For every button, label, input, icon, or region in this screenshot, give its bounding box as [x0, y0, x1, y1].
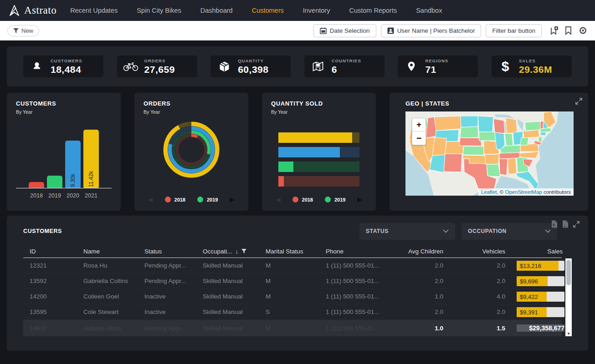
nav-item-sandbox[interactable]: Sandbox [416, 7, 442, 14]
scrollbar-down-arrow[interactable]: ▼ [565, 332, 572, 336]
quantity-bar[interactable] [278, 162, 359, 172]
kpi-customers: CUSTOMERS 18,484 [23, 56, 103, 77]
nav-item-recent-updates[interactable]: Recent Updates [70, 7, 118, 14]
nav-item-inventory[interactable]: Inventory [303, 7, 330, 14]
chart-subtitle: By Year [271, 109, 367, 115]
quantity-bar-fill [278, 147, 340, 157]
osm-link[interactable]: OpenStreetMap [505, 189, 542, 195]
status-filter-dropdown[interactable]: STATUS [359, 223, 455, 240]
customers-table-panel: x , CUSTOMERS STATUS OCCUPATION [7, 216, 588, 351]
table-row[interactable]: 13592 Gabriella Collins Pending Appr... … [23, 273, 562, 289]
quantity-bar[interactable] [278, 132, 359, 143]
col-header-name[interactable]: Name [77, 248, 138, 255]
cell-phone: 1 (11) 500 555-01... [319, 293, 391, 300]
col-header-avg-children[interactable]: Avg Children [391, 248, 445, 255]
chart-title: ORDERS [144, 100, 239, 107]
cell-id: 13592 [23, 278, 77, 284]
col-header-label: Occupati... [203, 248, 232, 255]
kpi-value: 29.36M [519, 64, 552, 75]
map-icon [310, 61, 326, 72]
map-zoom-control: + − [412, 118, 426, 145]
new-filter-pill[interactable]: New [7, 25, 39, 36]
table-row[interactable]: 12321 Rosa Hu Pending Appr... Skilled Ma… [23, 258, 562, 273]
zoom-out-button[interactable]: − [412, 131, 426, 145]
col-header-vehicles[interactable]: Vehicles [445, 248, 507, 255]
customers-bar[interactable]: 9.30k [65, 141, 81, 188]
quantity-bar[interactable] [278, 176, 359, 187]
cell-avg-children: 2.0 [391, 262, 445, 269]
cell-name: Colleen Goel [77, 293, 138, 300]
leaflet-link[interactable]: Leaflet [481, 189, 497, 195]
expand-icon[interactable] [573, 221, 580, 228]
brand-name: Astrato [24, 5, 56, 16]
brand-logo[interactable]: Astrato [8, 4, 56, 17]
legend-item-2018[interactable]: 2018 [292, 197, 313, 202]
export-csv-icon[interactable]: , [562, 220, 569, 228]
sort-desc-icon[interactable]: ↓ [236, 248, 239, 255]
customers-bar[interactable] [47, 176, 62, 188]
legend-item-2019[interactable]: 2019 [197, 197, 218, 202]
eye-icon[interactable] [578, 27, 588, 34]
geo-map[interactable]: + − Leaflet, © OpenStreetMap contributor… [405, 111, 574, 196]
cell-avg-children: 2.0 [391, 278, 445, 284]
user-button-label: User Name | Piers Batchelor [397, 27, 475, 34]
bookmark-icon[interactable] [565, 26, 572, 35]
legend-item-2019[interactable]: 2019 [325, 197, 345, 202]
col-header-sales[interactable]: Sales [507, 248, 564, 255]
kpi-label: SALES [519, 58, 552, 63]
table-row[interactable]: 13595 Cole Stewart Inactive Skilled Manu… [23, 304, 562, 320]
user-button[interactable]: User Name | Piers Batchelor [381, 24, 482, 37]
scrollbar-thumb[interactable] [566, 260, 571, 285]
legend-next-arrow[interactable]: ▶ [357, 197, 362, 202]
customers-bar[interactable] [29, 182, 44, 188]
bookmark-add-icon[interactable] [550, 26, 559, 35]
x-axis-labels: 2018 2019 2020 2021 [16, 192, 112, 199]
quantity-bar[interactable] [278, 147, 359, 157]
cell-sales: $13,216 [507, 261, 564, 271]
column-funnel-icon[interactable] [241, 249, 246, 253]
legend-prev-arrow[interactable]: ◀ [149, 197, 153, 202]
kpi-regions: REGIONS 71 [398, 56, 478, 77]
col-header-phone[interactable]: Phone [319, 248, 391, 255]
filter-bar-button[interactable]: Filter bar button [486, 24, 542, 37]
nav-item-spin-city-bikes[interactable]: Spin City Bikes [137, 7, 181, 14]
cell-avg-children: 1.0 [391, 293, 445, 300]
legend-prev-arrow[interactable]: ◀ [276, 197, 281, 202]
quantity-bar-fill [278, 176, 284, 187]
zoom-in-button[interactable]: + [412, 118, 426, 131]
export-excel-icon[interactable]: x [551, 220, 558, 228]
cell-vehicles: 2.0 [445, 262, 507, 269]
table-row[interactable]: 14200 Colleen Goel Inactive Skilled Manu… [23, 289, 562, 304]
cell-marital: M [259, 262, 319, 269]
occupation-filter-dropdown[interactable]: OCCUPATION [462, 223, 557, 240]
col-header-id[interactable]: ID [23, 248, 77, 255]
col-header-occupation[interactable]: Occupati... ↓ [196, 248, 259, 255]
legend-item-2018[interactable]: 2018 [165, 197, 185, 202]
nav-item-custom-reports[interactable]: Custom Reports [349, 7, 397, 14]
orders-chart-card: ORDERS By Year ◀ [134, 93, 248, 211]
legend-next-arrow[interactable]: ▶ [230, 197, 234, 202]
svg-text:,: , [564, 222, 565, 228]
nav-items: Recent Updates Spin City Bikes Dashboard… [70, 7, 442, 14]
cell-name: Cole Stewart [77, 308, 138, 315]
expand-icon[interactable] [575, 97, 583, 105]
sales-value: $9,391 [520, 308, 538, 315]
cell-phone: 1 (11) 500 555-01... [319, 262, 391, 269]
date-selection-button[interactable]: Date Selection [313, 24, 376, 37]
attribution-suffix: contributors [542, 189, 571, 195]
map-attribution: Leaflet, © OpenStreetMap contributors [478, 188, 574, 196]
sales-bar: $9,422 [517, 292, 564, 302]
col-header-status[interactable]: Status [138, 248, 196, 255]
cell-id: 12321 [23, 262, 77, 269]
table-scrollbar[interactable]: ▼ [565, 258, 572, 336]
nav-item-customers[interactable]: Customers [252, 7, 284, 14]
kpi-label: COUNTRIES [332, 58, 361, 63]
customers-bar[interactable]: 11.42k [83, 130, 99, 188]
nav-item-dashboard[interactable]: Dashboard [200, 7, 233, 14]
top-nav: Astrato Recent Updates Spin City Bikes D… [0, 0, 595, 21]
total-avg-children: 1.0 [391, 325, 445, 332]
orders-donut[interactable] [144, 121, 239, 178]
legend-label: 2019 [207, 197, 218, 202]
customers-bar-plot: 9.30k 11.42k [16, 130, 112, 188]
col-header-marital-status[interactable]: Marital Status [259, 248, 319, 255]
